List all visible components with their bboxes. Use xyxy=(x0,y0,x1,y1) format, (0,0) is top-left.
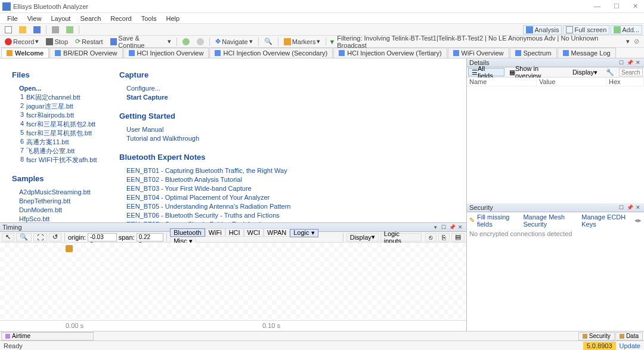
origin-select[interactable]: -0.03 s xyxy=(88,233,117,241)
open-link[interactable]: Open... xyxy=(19,84,119,93)
sample-file[interactable]: BnepTethering.btt xyxy=(19,197,119,206)
bottom-tab-security[interactable]: Security xyxy=(578,332,615,340)
close-button[interactable]: ✕ xyxy=(629,2,642,10)
filtering-dropdown[interactable]: ▼Filtering: Involving Telink-BT-Test1|Te… xyxy=(329,35,630,49)
expert-note-link[interactable]: EEN_BT02 - Bluetooth Analysis Tutorial xyxy=(126,175,454,184)
tab-spectrum[interactable]: Spectrum xyxy=(510,48,557,58)
stop-button[interactable]: Stop xyxy=(43,37,71,47)
sample-file[interactable]: DunModem.btt xyxy=(19,206,119,215)
navigate-button[interactable]: ✥Navigate ▾ xyxy=(212,37,255,47)
restart-button[interactable]: ⟳Restart xyxy=(72,37,106,47)
show-overview-button[interactable]: ▦ Show in overview xyxy=(506,68,568,76)
search-input[interactable] xyxy=(619,68,643,76)
tab-hci-injection-overview-tertiary-[interactable]: HCI Injection Overview (Tertiary) xyxy=(333,48,447,58)
details-close-icon[interactable]: ✕ xyxy=(634,59,642,66)
expert-note-link[interactable]: EEN_BT05 - Understanding Antenna's Radia… xyxy=(126,202,454,211)
update-link[interactable]: Update xyxy=(620,342,640,349)
filter-clear-button[interactable]: ⊘ xyxy=(631,37,642,47)
security-pin-icon[interactable]: 📌 xyxy=(626,204,633,211)
recent-file[interactable]: fscr WIFI干扰不发afh.btt xyxy=(26,156,97,165)
proto-hci[interactable]: HCI xyxy=(225,228,244,237)
timing-menu-icon[interactable]: ▾ xyxy=(432,224,439,231)
tab-wifi-overview[interactable]: WiFi Overview xyxy=(448,48,509,58)
recent-file[interactable]: fscr和三星耳机抓包.btt xyxy=(26,129,92,138)
recent-file[interactable]: 高通方案11.btt xyxy=(26,138,69,147)
span-select[interactable]: 0.22 s xyxy=(137,233,164,241)
new-button[interactable] xyxy=(2,25,15,35)
user-manual-link[interactable]: User Manual xyxy=(126,125,454,134)
security-close-icon[interactable]: ✕ xyxy=(634,204,642,211)
display-button[interactable]: Display ▾ xyxy=(569,68,601,76)
col-value[interactable]: Value xyxy=(537,78,606,86)
menu-help[interactable]: Help xyxy=(161,15,184,22)
fullscreen-button[interactable]: Full screen xyxy=(563,25,609,35)
tab-message-log[interactable]: Message Log xyxy=(558,48,616,58)
proto-wci[interactable]: WCI xyxy=(244,228,264,237)
menu-layout[interactable]: Layout xyxy=(46,15,75,22)
timing-tool-b-icon[interactable]: ⎘ xyxy=(438,233,450,241)
recent-file[interactable]: 飞易通办公室.btt xyxy=(26,147,75,156)
sample-file[interactable]: A2dpMusicStreaming.btt xyxy=(19,188,119,197)
print-button[interactable] xyxy=(49,25,62,35)
timing-tool-c-icon[interactable]: ▤ xyxy=(451,233,465,241)
bottom-tab-airtime[interactable]: Airtime xyxy=(1,332,94,340)
nav-fwd-button[interactable] xyxy=(194,37,207,47)
timing-undo-icon[interactable]: ↺ xyxy=(49,233,61,241)
nav-back-button[interactable] xyxy=(179,37,193,47)
timing-zoom-icon[interactable]: 🔍 xyxy=(16,233,32,241)
manage-mesh-link[interactable]: Manage Mesh Security xyxy=(523,213,579,228)
timing-close-icon[interactable]: ✕ xyxy=(457,224,464,231)
col-hex[interactable]: Hex xyxy=(606,78,644,86)
security-max-icon[interactable]: ☐ xyxy=(618,204,625,211)
menu-search[interactable]: Search xyxy=(75,15,106,22)
nav-icon[interactable]: ◂▸ xyxy=(634,216,642,224)
proto-bluetooth[interactable]: Bluetooth xyxy=(170,228,205,237)
timing-pin-icon[interactable]: 📌 xyxy=(448,224,456,231)
configure-link[interactable]: Configure... xyxy=(126,84,454,93)
tutorial-link[interactable]: Tutorial and Walkthrough xyxy=(126,134,454,143)
expert-note-link[interactable]: EEN_BT03 - Your First Wide-band Capture xyxy=(126,184,454,193)
save-button[interactable] xyxy=(30,25,44,35)
menu-view[interactable]: View xyxy=(23,15,47,22)
timing-cursor-icon[interactable]: ↖ xyxy=(2,233,14,241)
details-tool-icon[interactable]: 🔧 xyxy=(602,68,618,76)
expert-note-link[interactable]: EEN_BT06 - Bluetooth Security - Truths a… xyxy=(126,211,454,220)
timing-marker-icon[interactable] xyxy=(66,245,73,252)
add-button[interactable]: Add... xyxy=(611,25,642,35)
menu-file[interactable]: File xyxy=(2,15,23,22)
recent-file[interactable]: jaguar连三星.btt xyxy=(26,102,73,111)
recent-file[interactable]: fscr和三星耳机抓包2.btt xyxy=(26,120,95,129)
recent-file[interactable]: BK固定channel.btt xyxy=(26,93,80,102)
recent-file[interactable]: fscr和airpods.btt xyxy=(26,111,74,120)
details-pin-icon[interactable]: 📌 xyxy=(626,59,633,66)
open-button[interactable] xyxy=(16,25,29,35)
proto-logic[interactable]: Logic ▾ xyxy=(290,229,318,237)
manage-ecdh-link[interactable]: Manage ECDH Keys xyxy=(581,213,632,228)
tab-hci-injection-overview[interactable]: HCI Injection Overview xyxy=(123,48,209,58)
timing-tool-a-icon[interactable]: ⎋ xyxy=(425,233,436,241)
minimize-button[interactable]: — xyxy=(590,2,604,10)
markers-button[interactable]: Markers ▾ xyxy=(281,37,324,47)
proto-wifi[interactable]: WiFi xyxy=(205,228,225,237)
logic-inputs-button[interactable]: Logic inputs xyxy=(380,233,422,241)
maximize-button[interactable]: ☐ xyxy=(610,2,623,10)
start-capture-link[interactable]: Start Capture xyxy=(126,93,454,102)
save-continue-button[interactable]: Save & Continue ▾ xyxy=(107,37,175,47)
timing-canvas[interactable] xyxy=(0,243,466,320)
expert-note-link[interactable]: EEN_BT01 - Capturing Bluetooth Traffic, … xyxy=(126,166,454,175)
expert-note-link[interactable]: EEN_BT04 - Optimal Placement of Your Ana… xyxy=(126,193,454,202)
menu-record[interactable]: Record xyxy=(106,15,136,22)
export-button[interactable] xyxy=(63,25,76,35)
analysis-button[interactable]: Analysis xyxy=(523,25,562,35)
record-button[interactable]: Record ▾ xyxy=(2,37,42,47)
all-fields-button[interactable]: ☰ All fields xyxy=(468,68,504,76)
find-button[interactable]: 🔍 xyxy=(261,37,275,47)
tab-welcome[interactable]: Welcome xyxy=(1,48,49,58)
sample-file[interactable]: HfpSco.btt xyxy=(19,215,119,222)
tab-hci-injection-overview-secondary-[interactable]: HCI Injection Overview (Secondary) xyxy=(209,48,333,58)
display-dropdown[interactable]: Display ▾ xyxy=(346,233,379,241)
bottom-tab-data[interactable]: Data xyxy=(615,332,643,340)
menu-tools[interactable]: Tools xyxy=(137,15,162,22)
tab-br-edr-overview[interactable]: BR/EDR Overview xyxy=(49,48,122,58)
details-max-icon[interactable]: ☐ xyxy=(618,59,625,66)
